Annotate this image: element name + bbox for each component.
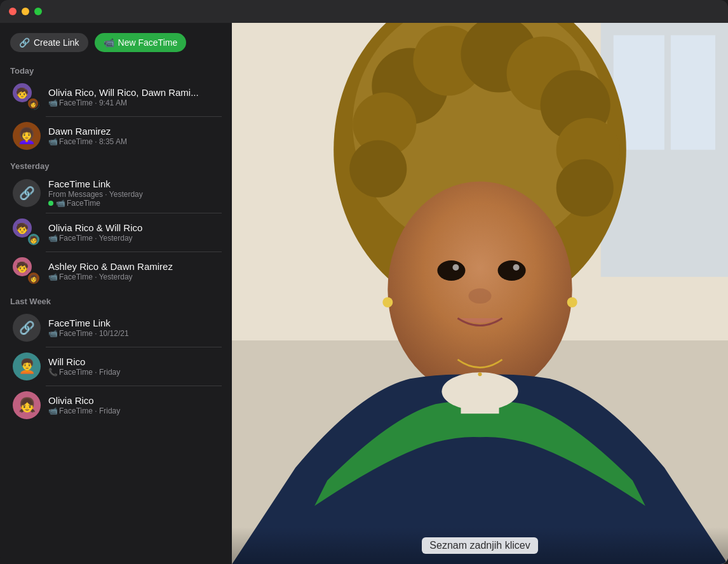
svg-point-22	[513, 264, 520, 271]
section-header-yesterday: Yesterday	[0, 155, 232, 173]
call-info: Ashley Rico & Dawn Ramirez 📹 FaceTime · …	[48, 261, 219, 281]
video-area: Seznam zadnjih klicev	[232, 23, 728, 564]
video-camera-icon: 📹	[48, 329, 58, 338]
call-info: Will Rico 📞 FaceTime · Friday	[48, 356, 219, 377]
call-name: Olivia Rico & Will Rico	[48, 222, 219, 233]
phone-icon: 📞	[48, 368, 58, 377]
list-item[interactable]: 🧒 👩 Ashley Rico & Dawn Ramirez 📹 FaceTim…	[3, 252, 229, 290]
list-item[interactable]: 🔗 FaceTime Link 📹 FaceTime · 10/12/21	[3, 309, 229, 347]
list-item[interactable]: 👩‍🦱 Dawn Ramirez 📹 FaceTime · 8:35 AM	[3, 117, 229, 155]
call-name: FaceTime Link	[48, 318, 219, 328]
call-name: Will Rico	[48, 356, 219, 367]
video-camera-icon: 📹	[56, 199, 65, 208]
title-bar	[0, 0, 728, 23]
avatar: 🧑‍🦱	[13, 352, 41, 380]
avatar: 🧒 🧑 👩	[13, 83, 41, 111]
svg-point-21	[452, 264, 459, 271]
call-info: Olivia Rico, Will Rico, Dawn Rami... 📹 F…	[48, 87, 219, 107]
video-camera-icon: 📹	[48, 272, 58, 281]
svg-point-19	[437, 260, 465, 281]
call-subtitle: 📹 FaceTime · 8:35 AM	[48, 137, 219, 146]
call-subtitle: 📹 FaceTime · 9:41 AM	[48, 98, 219, 107]
svg-point-23	[468, 288, 491, 304]
video-icon: 📹	[104, 37, 114, 48]
avatar: 👩‍🦱	[13, 122, 41, 150]
new-facetime-button[interactable]: 📹 New FaceTime	[95, 33, 187, 52]
fullscreen-button[interactable]	[34, 8, 42, 15]
svg-point-16	[556, 159, 614, 217]
avatar: 🧒 👩	[13, 257, 41, 285]
call-name: FaceTime Link	[48, 178, 219, 189]
minimize-button[interactable]	[22, 8, 29, 15]
link-icon: 🔗	[19, 185, 35, 201]
sidebar: 🔗 Create Link 📹 New FaceTime Today 🧒 🧑 👩…	[0, 23, 232, 564]
green-dot-icon	[48, 201, 53, 206]
avatar: 👧	[13, 391, 41, 419]
create-link-label: Create Link	[34, 37, 79, 48]
svg-point-28	[478, 372, 482, 376]
svg-point-25	[567, 297, 577, 307]
close-button[interactable]	[9, 8, 17, 15]
avatar: 🔗	[13, 314, 41, 342]
call-subtitle: 📹 FaceTime · 10/12/21	[48, 329, 219, 338]
avatar: 🔗	[13, 179, 41, 207]
svg-rect-5	[671, 35, 715, 149]
svg-point-20	[498, 260, 526, 281]
call-info: Olivia Rico & Will Rico 📹 FaceTime · Yes…	[48, 222, 219, 243]
video-camera-icon: 📹	[48, 137, 58, 146]
avatar: 🧒 🧑	[13, 218, 41, 246]
call-subtitle: 📞 FaceTime · Friday	[48, 368, 219, 377]
app-body: 🔗 Create Link 📹 New FaceTime Today 🧒 🧑 👩…	[0, 23, 728, 564]
caption-bar: Seznam zadnjih klicev	[232, 527, 728, 564]
video-camera-icon: 📹	[48, 406, 58, 415]
section-header-lastweek: Last Week	[0, 290, 232, 309]
link-icon: 🔗	[19, 320, 35, 335]
list-item[interactable]: 🧒 🧑 👩 Olivia Rico, Will Rico, Dawn Rami.…	[3, 78, 229, 116]
section-header-today: Today	[0, 60, 232, 78]
call-subtitle2: 📹 FaceTime	[48, 199, 219, 208]
list-item[interactable]: 🧑‍🦱 Will Rico 📞 FaceTime · Friday	[3, 347, 229, 386]
svg-point-24	[382, 297, 393, 307]
call-name: Ashley Rico & Dawn Ramirez	[48, 261, 219, 272]
new-facetime-label: New FaceTime	[118, 37, 178, 48]
video-camera-icon: 📹	[48, 234, 58, 243]
call-name: Olivia Rico, Will Rico, Dawn Rami...	[48, 87, 219, 98]
call-subtitle: From Messages · Yesterday	[48, 190, 219, 199]
video-camera-icon: 📹	[48, 98, 58, 107]
toolbar: 🔗 Create Link 📹 New FaceTime	[0, 23, 232, 60]
call-info: FaceTime Link 📹 FaceTime · 10/12/21	[48, 318, 219, 338]
call-subtitle: 📹 FaceTime · Friday	[48, 406, 219, 415]
call-subtitle: 📹 FaceTime · Yesterday	[48, 234, 219, 243]
call-info: FaceTime Link From Messages · Yesterday …	[48, 178, 219, 208]
main-content: Seznam zadnjih klicev	[232, 23, 728, 564]
call-subtitle: 📹 FaceTime · Yesterday	[48, 272, 219, 281]
svg-rect-27	[461, 388, 499, 413]
caption-text: Seznam zadnjih klicev	[422, 537, 537, 554]
call-name: Olivia Rico	[48, 395, 219, 406]
call-name: Dawn Ramirez	[48, 126, 219, 137]
list-item[interactable]: 🔗 FaceTime Link From Messages · Yesterda…	[3, 173, 229, 213]
list-item[interactable]: 👧 Olivia Rico 📹 FaceTime · Friday	[3, 386, 229, 424]
video-feed	[232, 23, 728, 564]
create-link-button[interactable]: 🔗 Create Link	[10, 33, 88, 52]
svg-point-15	[349, 140, 407, 198]
call-info: Olivia Rico 📹 FaceTime · Friday	[48, 395, 219, 415]
list-item[interactable]: 🧒 🧑 Olivia Rico & Will Rico 📹 FaceTime ·…	[3, 213, 229, 252]
call-info: Dawn Ramirez 📹 FaceTime · 8:35 AM	[48, 126, 219, 146]
link-icon: 🔗	[19, 37, 30, 48]
